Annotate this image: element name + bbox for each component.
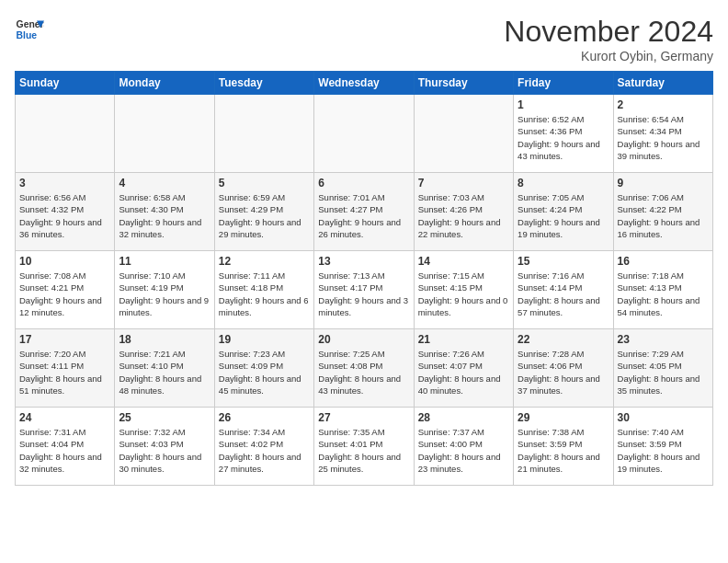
day-info: Sunrise: 7:21 AM Sunset: 4:10 PM Dayligh… <box>119 348 210 396</box>
day-number: 27 <box>318 411 409 424</box>
day-number: 1 <box>518 98 609 111</box>
day-number: 20 <box>318 333 409 346</box>
calendar-cell: 10Sunrise: 7:08 AM Sunset: 4:21 PM Dayli… <box>16 251 115 329</box>
day-number: 24 <box>19 411 110 424</box>
calendar-cell: 25Sunrise: 7:32 AM Sunset: 4:03 PM Dayli… <box>115 408 214 486</box>
day-info: Sunrise: 6:56 AM Sunset: 4:32 PM Dayligh… <box>19 191 110 240</box>
weekday-header-thursday: Thursday <box>414 72 513 95</box>
day-number: 6 <box>318 177 409 190</box>
day-info: Sunrise: 7:16 AM Sunset: 4:14 PM Dayligh… <box>518 270 609 318</box>
day-info: Sunrise: 7:01 AM Sunset: 4:27 PM Dayligh… <box>318 191 409 240</box>
calendar-cell <box>314 95 414 173</box>
day-info: Sunrise: 6:59 AM Sunset: 4:29 PM Dayligh… <box>219 191 310 240</box>
day-number: 23 <box>618 333 709 346</box>
calendar-cell: 3Sunrise: 6:56 AM Sunset: 4:32 PM Daylig… <box>16 173 115 251</box>
day-info: Sunrise: 7:25 AM Sunset: 4:08 PM Dayligh… <box>318 348 409 396</box>
calendar-cell: 29Sunrise: 7:38 AM Sunset: 3:59 PM Dayli… <box>514 408 613 486</box>
location: Kurort Oybin, Germany <box>504 49 713 63</box>
day-number: 14 <box>418 255 509 268</box>
weekday-header-sunday: Sunday <box>16 72 115 95</box>
weekday-header-friday: Friday <box>514 72 613 95</box>
day-info: Sunrise: 7:06 AM Sunset: 4:22 PM Dayligh… <box>618 191 709 240</box>
calendar-cell <box>214 95 313 173</box>
day-info: Sunrise: 7:34 AM Sunset: 4:02 PM Dayligh… <box>219 426 310 475</box>
day-info: Sunrise: 7:32 AM Sunset: 4:03 PM Dayligh… <box>119 426 210 475</box>
day-number: 11 <box>119 255 210 268</box>
day-info: Sunrise: 7:26 AM Sunset: 4:07 PM Dayligh… <box>418 348 509 396</box>
weekday-header-saturday: Saturday <box>613 72 712 95</box>
day-number: 10 <box>19 255 110 268</box>
calendar-week-row: 10Sunrise: 7:08 AM Sunset: 4:21 PM Dayli… <box>16 251 713 329</box>
calendar-cell: 20Sunrise: 7:25 AM Sunset: 4:08 PM Dayli… <box>314 329 414 408</box>
calendar-cell <box>16 95 115 173</box>
month-title: November 2024 <box>504 15 713 49</box>
calendar-cell: 21Sunrise: 7:26 AM Sunset: 4:07 PM Dayli… <box>414 329 513 408</box>
calendar-cell: 9Sunrise: 7:06 AM Sunset: 4:22 PM Daylig… <box>613 173 712 251</box>
calendar-cell: 23Sunrise: 7:29 AM Sunset: 4:05 PM Dayli… <box>613 329 712 408</box>
calendar-cell: 24Sunrise: 7:31 AM Sunset: 4:04 PM Dayli… <box>16 408 115 486</box>
day-info: Sunrise: 7:13 AM Sunset: 4:17 PM Dayligh… <box>318 270 409 318</box>
calendar-cell: 15Sunrise: 7:16 AM Sunset: 4:14 PM Dayli… <box>514 251 613 329</box>
day-info: Sunrise: 7:05 AM Sunset: 4:24 PM Dayligh… <box>518 191 609 240</box>
day-number: 4 <box>119 177 210 190</box>
day-info: Sunrise: 7:15 AM Sunset: 4:15 PM Dayligh… <box>418 270 509 318</box>
calendar-cell: 19Sunrise: 7:23 AM Sunset: 4:09 PM Dayli… <box>214 329 313 408</box>
calendar-cell: 22Sunrise: 7:28 AM Sunset: 4:06 PM Dayli… <box>514 329 613 408</box>
day-number: 17 <box>19 333 110 346</box>
calendar-cell: 28Sunrise: 7:37 AM Sunset: 4:00 PM Dayli… <box>414 408 513 486</box>
day-number: 2 <box>618 98 709 111</box>
day-info: Sunrise: 6:58 AM Sunset: 4:30 PM Dayligh… <box>119 191 210 240</box>
day-info: Sunrise: 7:29 AM Sunset: 4:05 PM Dayligh… <box>618 348 709 396</box>
day-number: 8 <box>518 177 609 190</box>
calendar-cell: 5Sunrise: 6:59 AM Sunset: 4:29 PM Daylig… <box>214 173 313 251</box>
day-number: 15 <box>518 255 609 268</box>
day-info: Sunrise: 7:10 AM Sunset: 4:19 PM Dayligh… <box>119 270 210 318</box>
day-number: 18 <box>119 333 210 346</box>
calendar-week-row: 3Sunrise: 6:56 AM Sunset: 4:32 PM Daylig… <box>16 173 713 251</box>
calendar-cell: 16Sunrise: 7:18 AM Sunset: 4:13 PM Dayli… <box>613 251 712 329</box>
calendar-table: SundayMondayTuesdayWednesdayThursdayFrid… <box>15 71 713 486</box>
calendar-cell: 11Sunrise: 7:10 AM Sunset: 4:19 PM Dayli… <box>115 251 214 329</box>
calendar-cell: 14Sunrise: 7:15 AM Sunset: 4:15 PM Dayli… <box>414 251 513 329</box>
calendar-cell <box>414 95 513 173</box>
day-number: 13 <box>318 255 409 268</box>
day-number: 16 <box>618 255 709 268</box>
day-number: 19 <box>219 333 310 346</box>
logo: General Blue <box>15 15 44 44</box>
day-number: 9 <box>618 177 709 190</box>
weekday-header-monday: Monday <box>115 72 214 95</box>
day-number: 7 <box>418 177 509 190</box>
day-info: Sunrise: 7:08 AM Sunset: 4:21 PM Dayligh… <box>19 270 110 318</box>
day-info: Sunrise: 7:23 AM Sunset: 4:09 PM Dayligh… <box>219 348 310 396</box>
day-info: Sunrise: 7:11 AM Sunset: 4:18 PM Dayligh… <box>219 270 310 318</box>
day-info: Sunrise: 7:03 AM Sunset: 4:26 PM Dayligh… <box>418 191 509 240</box>
calendar-cell <box>115 95 214 173</box>
day-number: 26 <box>219 411 310 424</box>
calendar-cell: 13Sunrise: 7:13 AM Sunset: 4:17 PM Dayli… <box>314 251 414 329</box>
calendar-cell: 7Sunrise: 7:03 AM Sunset: 4:26 PM Daylig… <box>414 173 513 251</box>
day-info: Sunrise: 7:37 AM Sunset: 4:00 PM Dayligh… <box>418 426 509 475</box>
day-info: Sunrise: 7:28 AM Sunset: 4:06 PM Dayligh… <box>518 348 609 396</box>
calendar-cell: 2Sunrise: 6:54 AM Sunset: 4:34 PM Daylig… <box>613 95 712 173</box>
day-number: 5 <box>219 177 310 190</box>
calendar-week-row: 24Sunrise: 7:31 AM Sunset: 4:04 PM Dayli… <box>16 408 713 486</box>
weekday-header-row: SundayMondayTuesdayWednesdayThursdayFrid… <box>16 72 713 95</box>
title-block: November 2024 Kurort Oybin, Germany <box>504 15 713 63</box>
day-number: 22 <box>518 333 609 346</box>
day-info: Sunrise: 7:38 AM Sunset: 3:59 PM Dayligh… <box>518 426 609 475</box>
day-info: Sunrise: 7:18 AM Sunset: 4:13 PM Dayligh… <box>618 270 709 318</box>
svg-text:Blue: Blue <box>17 30 38 40</box>
calendar-cell: 12Sunrise: 7:11 AM Sunset: 4:18 PM Dayli… <box>214 251 313 329</box>
calendar-cell: 17Sunrise: 7:20 AM Sunset: 4:11 PM Dayli… <box>16 329 115 408</box>
calendar-cell: 30Sunrise: 7:40 AM Sunset: 3:59 PM Dayli… <box>613 408 712 486</box>
calendar-week-row: 17Sunrise: 7:20 AM Sunset: 4:11 PM Dayli… <box>16 329 713 408</box>
calendar-cell: 8Sunrise: 7:05 AM Sunset: 4:24 PM Daylig… <box>514 173 613 251</box>
day-number: 29 <box>518 411 609 424</box>
day-info: Sunrise: 6:54 AM Sunset: 4:34 PM Dayligh… <box>618 113 709 162</box>
logo-icon: General Blue <box>15 15 44 44</box>
day-number: 3 <box>19 177 110 190</box>
calendar-cell: 6Sunrise: 7:01 AM Sunset: 4:27 PM Daylig… <box>314 173 414 251</box>
day-info: Sunrise: 7:31 AM Sunset: 4:04 PM Dayligh… <box>19 426 110 475</box>
day-number: 28 <box>418 411 509 424</box>
calendar-cell: 26Sunrise: 7:34 AM Sunset: 4:02 PM Dayli… <box>214 408 313 486</box>
